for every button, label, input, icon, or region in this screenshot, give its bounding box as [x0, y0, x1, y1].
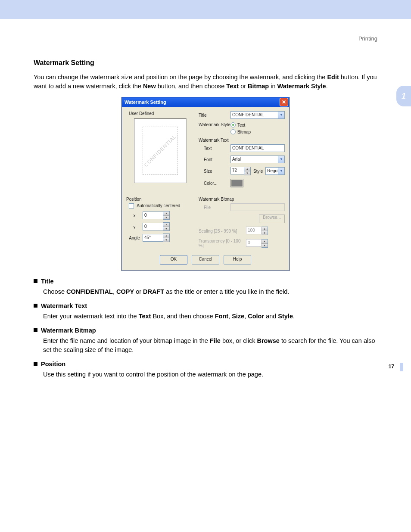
bullet-title-position: Position	[41, 361, 65, 367]
watermark-bitmap-group: Watermark Bitmap	[199, 197, 285, 202]
page-number: 17	[389, 364, 394, 370]
cancel-button[interactable]: Cancel	[192, 255, 219, 264]
title-label: Title	[199, 113, 230, 118]
size-label: Size	[199, 169, 230, 174]
header-category: Printing	[0, 19, 411, 42]
size-input[interactable]: 72	[230, 167, 244, 174]
bullet-title-wmbitmap: Watermark Bitmap	[41, 327, 96, 334]
bullet-icon	[34, 362, 37, 366]
font-select[interactable]: Arial ▼	[230, 156, 285, 163]
help-button[interactable]: Help	[224, 255, 251, 264]
style-label: Style	[253, 169, 263, 174]
watermark-setting-dialog: Watermark Setting ✕ User Defined CONFIDE…	[121, 97, 290, 271]
color-button[interactable]	[230, 179, 243, 187]
scaling-input: 100	[246, 227, 262, 234]
transparency-input: 0	[246, 239, 262, 247]
close-icon[interactable]: ✕	[280, 98, 288, 106]
x-input[interactable]: 0	[143, 212, 163, 219]
section-heading: Watermark Setting	[34, 59, 377, 67]
color-swatch	[231, 180, 243, 187]
scaling-label: Scaling [25 - 999 %]	[199, 229, 246, 233]
font-label: Font	[199, 157, 230, 162]
chevron-down-icon: ▼	[278, 168, 284, 174]
style-select[interactable]: Regular ▼	[265, 167, 285, 175]
watermark-style-label: Watermark Style	[199, 122, 230, 127]
style-bitmap-radio[interactable]	[230, 129, 236, 134]
watermark-preview: CONFIDENTIAL	[134, 118, 187, 183]
text-label: Text	[199, 146, 230, 151]
section-tab: 1	[396, 86, 411, 106]
user-defined-label: User Defined	[126, 111, 191, 116]
watermark-text-group: Watermark Text	[199, 138, 285, 143]
transparency-label: Transparency [0 - 100 %]	[199, 239, 246, 248]
x-spinner[interactable]: ▲▼	[163, 211, 170, 220]
color-label: Color...	[199, 181, 230, 186]
text-input[interactable]: CONFIDENTIAL	[230, 144, 285, 152]
page-number-bar	[400, 363, 403, 371]
bullet-icon	[34, 279, 37, 283]
bullet-body-position: Use this setting if you want to control …	[43, 370, 377, 379]
y-spinner[interactable]: ▲▼	[163, 222, 170, 231]
bullet-title-wmtext: Watermark Text	[41, 302, 87, 309]
size-spinner[interactable]: ▲▼	[244, 167, 251, 175]
file-input	[230, 203, 285, 211]
ok-button[interactable]: OK	[160, 255, 187, 264]
bullet-title-title: Title	[41, 278, 54, 285]
angle-input[interactable]: 45°	[143, 234, 163, 242]
style-text-radio[interactable]	[230, 122, 236, 128]
intro-paragraph: You can change the watermark size and po…	[34, 73, 377, 91]
browse-button: Browse...	[259, 215, 285, 223]
transparency-spinner: ▲▼	[262, 239, 268, 248]
top-banner	[0, 0, 411, 19]
title-select[interactable]: CONFIDENTIAL ▼	[230, 111, 285, 119]
scaling-spinner: ▲▼	[262, 227, 268, 235]
dialog-titlebar: Watermark Setting ✕	[122, 97, 289, 107]
bullet-icon	[34, 304, 37, 308]
bullet-icon	[34, 328, 37, 332]
chevron-down-icon: ▼	[278, 156, 284, 163]
dialog-title: Watermark Setting	[125, 100, 166, 105]
auto-center-checkbox[interactable]	[129, 203, 134, 208]
angle-spinner[interactable]: ▲▼	[163, 233, 170, 242]
y-input[interactable]: 0	[143, 223, 163, 230]
position-group: Position	[126, 197, 191, 202]
file-label: File	[199, 205, 230, 210]
chevron-down-icon: ▼	[278, 112, 284, 118]
